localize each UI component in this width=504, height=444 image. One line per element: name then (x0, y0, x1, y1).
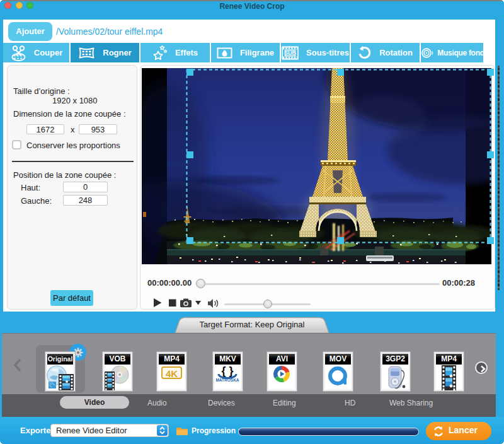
svg-text:MATROSKA: MATROSKA (215, 378, 239, 382)
svg-text:{ }: { } (221, 365, 233, 377)
svg-text:SUB: SUB (284, 50, 297, 56)
